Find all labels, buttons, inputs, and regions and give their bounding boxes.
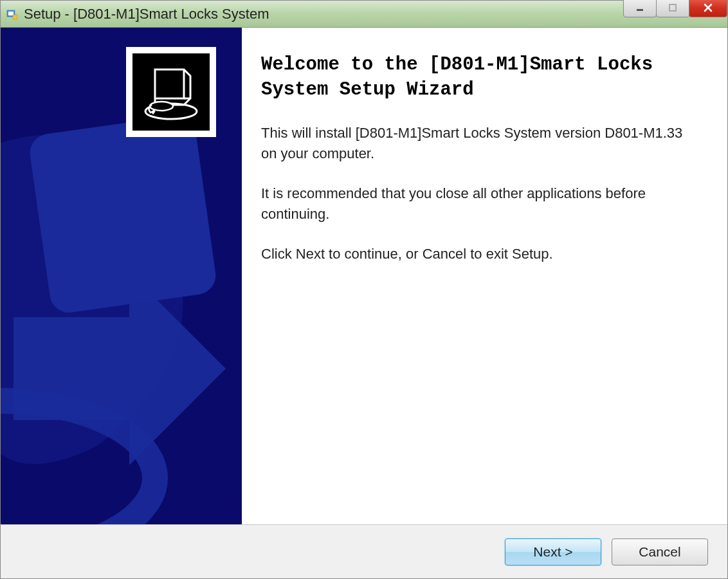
- recommendation-text: It is recommended that you close all oth…: [261, 183, 702, 225]
- minimize-button[interactable]: [623, 0, 657, 17]
- svg-rect-3: [637, 9, 643, 11]
- window-title: Setup - [D801-M1]Smart Locks System: [24, 6, 269, 23]
- close-icon: [703, 3, 713, 13]
- setup-window: Setup - [D801-M1]Smart Locks System: [0, 0, 728, 579]
- instruction-text: Click Next to continue, or Cancel to exi…: [261, 244, 702, 264]
- wizard-main-panel: Welcome to the [D801-M1]Smart Locks Syst…: [242, 28, 727, 524]
- content-area: Welcome to the [D801-M1]Smart Locks Syst…: [1, 28, 727, 524]
- next-button[interactable]: Next >: [505, 538, 601, 565]
- svg-point-9: [150, 102, 173, 111]
- minimize-icon: [635, 3, 644, 12]
- maximize-icon: [668, 3, 677, 12]
- window-controls: [624, 0, 727, 17]
- wizard-heading: Welcome to the [D801-M1]Smart Locks Syst…: [261, 52, 702, 102]
- close-button[interactable]: [689, 0, 727, 17]
- svg-rect-2: [13, 15, 17, 19]
- button-bar: Next > Cancel: [1, 524, 727, 578]
- installer-app-icon: [6, 8, 19, 21]
- installer-computer-icon: [139, 60, 203, 124]
- install-description: This will install [D801-M1]Smart Locks S…: [261, 123, 702, 164]
- wizard-logo: [126, 47, 216, 137]
- maximize-button: [656, 0, 689, 17]
- svg-rect-6: [28, 113, 218, 315]
- svg-rect-4: [669, 5, 676, 11]
- cancel-button[interactable]: Cancel: [612, 538, 708, 565]
- titlebar: Setup - [D801-M1]Smart Locks System: [1, 1, 727, 28]
- wizard-sidebar: [1, 28, 242, 524]
